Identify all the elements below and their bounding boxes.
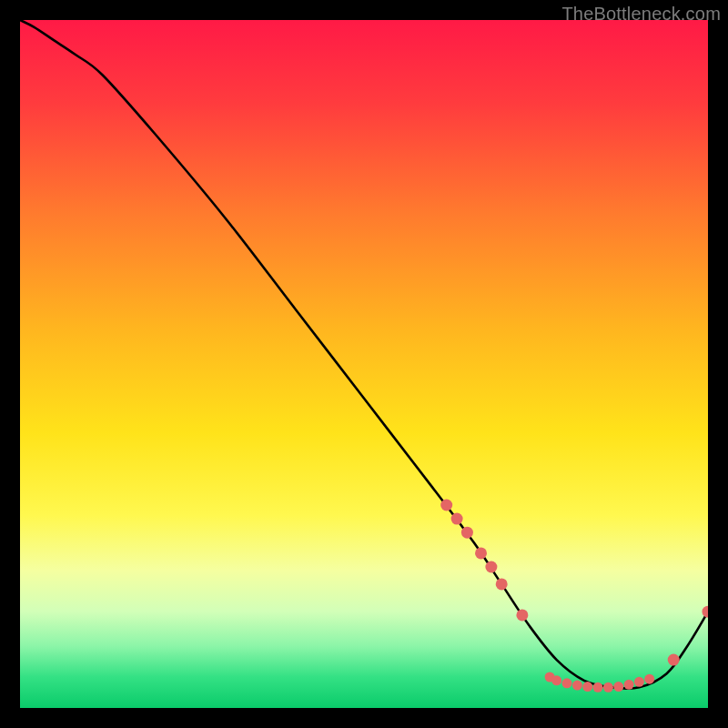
chart-stage: TheBottleneck.com	[0, 0, 728, 728]
marker-dot	[668, 654, 680, 666]
marker-dot	[516, 609, 528, 621]
marker-dot	[603, 682, 613, 693]
marker-dot	[582, 682, 592, 692]
marker-dot	[613, 682, 623, 692]
marker-dot	[551, 675, 561, 685]
chart-svg	[20, 20, 708, 708]
marker-dot	[572, 681, 582, 691]
marker-dot	[496, 578, 508, 590]
marker-dot	[593, 682, 603, 693]
marker-dot	[440, 500, 452, 511]
marker-dot	[562, 678, 572, 688]
marker-dot	[451, 513, 463, 525]
marker-dot	[461, 527, 473, 539]
marker-dot	[644, 674, 654, 684]
marker-dot	[624, 680, 634, 690]
heat-bg	[20, 20, 708, 708]
marker-dot	[475, 547, 487, 559]
marker-dot	[485, 561, 497, 573]
plot-area	[20, 20, 708, 708]
marker-dot	[634, 677, 644, 687]
